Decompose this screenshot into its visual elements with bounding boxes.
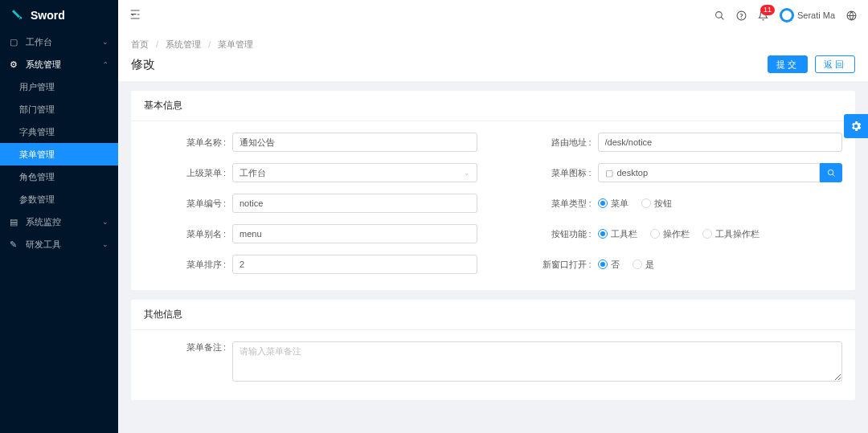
back-button[interactable]: 返回	[815, 55, 855, 73]
desktop-icon: ▢	[10, 37, 19, 47]
sidebar: Sword ▢工作台 ⌄ ⚙系统管理 ⌄ 用户管理 部门管理 字典管理 菜单管理…	[0, 0, 118, 433]
submenu-param-mgmt[interactable]: 参数管理	[0, 188, 118, 210]
page-title: 修改	[131, 57, 155, 72]
textarea-remark[interactable]	[232, 341, 842, 382]
input-icon[interactable]: ▢ desktop	[598, 163, 821, 182]
input-sort[interactable]	[232, 255, 477, 274]
gear-icon: ⚙	[10, 59, 19, 70]
label-sort: 菜单排序	[144, 259, 232, 271]
user-menu[interactable]: Serati Ma	[780, 8, 835, 22]
input-menu-name[interactable]	[232, 133, 477, 152]
chevron-down-icon: ⌄	[102, 218, 108, 226]
content: 首页 / 系统管理 / 菜单管理 修改 提交 返回 基本信息 菜单名称	[118, 31, 868, 433]
svg-line-6	[832, 174, 834, 176]
card-basic-info: 基本信息 菜单名称 路由地址 上级菜单	[131, 91, 855, 290]
menu-fold-icon[interactable]	[129, 9, 141, 22]
breadcrumb-home[interactable]: 首页	[131, 39, 149, 49]
radio-group-btn-func: 工具栏 操作栏 工具操作栏	[598, 228, 843, 240]
icon-search-button[interactable]	[820, 163, 842, 182]
tool-icon: ✎	[10, 239, 19, 250]
chevron-up-icon: ⌄	[102, 60, 108, 68]
label-menu-name: 菜单名称	[144, 137, 232, 149]
svg-point-5	[828, 170, 833, 174]
menu-devtools[interactable]: ✎研发工具 ⌄	[0, 233, 118, 255]
submenu-dict-mgmt[interactable]: 字典管理	[0, 121, 118, 143]
header: 11 Serati Ma	[118, 0, 868, 31]
label-btn-func: 按钮功能	[510, 228, 598, 240]
label-route: 路由地址	[510, 137, 598, 149]
menu-system[interactable]: ⚙系统管理 ⌄	[0, 53, 118, 76]
radio-nw-no[interactable]: 否	[598, 259, 620, 271]
language-icon[interactable]	[846, 10, 857, 21]
submenu-menu-mgmt[interactable]: 菜单管理	[0, 143, 118, 165]
radio-type-button[interactable]: 按钮	[641, 198, 672, 210]
input-code[interactable]	[232, 194, 477, 213]
radio-func-tool-ops[interactable]: 工具操作栏	[702, 228, 760, 240]
help-icon[interactable]	[736, 10, 747, 21]
label-icon: 菜单图标	[510, 167, 598, 179]
label-parent: 上级菜单	[144, 167, 232, 179]
breadcrumb-system[interactable]: 系统管理	[166, 39, 201, 49]
input-alias[interactable]	[232, 224, 477, 243]
sidebar-menu: ▢工作台 ⌄ ⚙系统管理 ⌄ 用户管理 部门管理 字典管理 菜单管理 角色管理 …	[0, 31, 118, 433]
input-route[interactable]	[598, 133, 843, 152]
radio-type-menu[interactable]: 菜单	[598, 198, 628, 210]
page-title-bar: 修改 提交 返回	[118, 51, 868, 81]
radio-nw-yes[interactable]: 是	[633, 259, 654, 271]
svg-point-3	[741, 18, 742, 18]
label-alias: 菜单别名	[144, 228, 232, 240]
submit-button[interactable]: 提交	[768, 55, 808, 73]
logo: Sword	[0, 0, 118, 31]
radio-func-ops[interactable]: 操作栏	[650, 228, 690, 240]
card-title-basic: 基本信息	[131, 91, 855, 121]
card-other-info: 其他信息 菜单备注	[131, 300, 855, 400]
breadcrumb-menu[interactable]: 菜单管理	[218, 39, 253, 49]
main: 11 Serati Ma 首页 / 系统管理 / 菜单管理 修改	[118, 0, 868, 433]
menu-monitor[interactable]: ▤系统监控 ⌄	[0, 210, 118, 233]
app-title: Sword	[31, 9, 65, 22]
notification-badge: 11	[760, 5, 775, 15]
menu-workbench[interactable]: ▢工作台 ⌄	[0, 31, 118, 53]
chevron-down-icon: ⌄	[102, 38, 108, 46]
theme-setting-button[interactable]	[844, 114, 868, 138]
breadcrumb: 首页 / 系统管理 / 菜单管理	[118, 31, 868, 51]
notification-icon[interactable]: 11	[758, 10, 768, 21]
submenu-dept-mgmt[interactable]: 部门管理	[0, 98, 118, 121]
label-type: 菜单类型	[510, 198, 598, 210]
radio-func-toolbar[interactable]: 工具栏	[598, 228, 637, 240]
select-parent[interactable]: 工作台 ⌄	[232, 163, 477, 182]
card-title-other: 其他信息	[131, 300, 855, 330]
submenu-role-mgmt[interactable]: 角色管理	[0, 165, 118, 188]
label-remark: 菜单备注	[144, 341, 232, 353]
radio-group-new-window: 否 是	[598, 259, 843, 271]
sword-icon	[10, 8, 24, 22]
svg-point-0	[716, 11, 723, 18]
avatar	[780, 8, 794, 22]
svg-line-1	[721, 17, 723, 19]
monitor-icon: ▤	[10, 217, 19, 227]
submenu-user-mgmt[interactable]: 用户管理	[0, 76, 118, 98]
chevron-down-icon: ⌄	[102, 240, 108, 248]
search-icon[interactable]	[714, 10, 725, 21]
chevron-down-icon: ⌄	[464, 169, 470, 177]
label-new-window: 新窗口打开	[510, 259, 598, 271]
radio-group-type: 菜单 按钮	[598, 198, 843, 210]
label-code: 菜单编号	[144, 198, 232, 210]
desktop-icon: ▢	[605, 168, 613, 178]
